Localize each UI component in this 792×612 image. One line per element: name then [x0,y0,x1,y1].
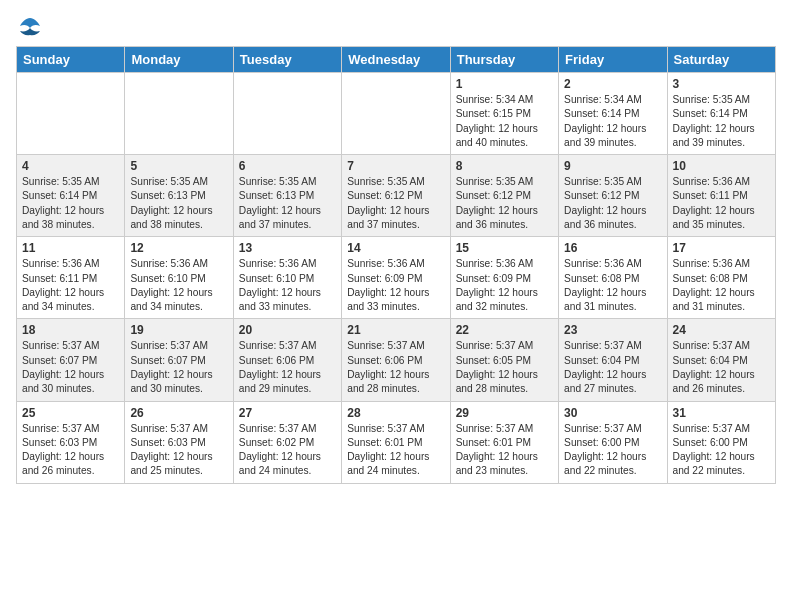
day-number: 8 [456,159,553,173]
day-number: 29 [456,406,553,420]
page-header [16,16,776,38]
calendar-cell: 1Sunrise: 5:34 AM Sunset: 6:15 PM Daylig… [450,73,558,155]
calendar-cell [233,73,341,155]
day-number: 3 [673,77,770,91]
day-number: 26 [130,406,227,420]
day-number: 1 [456,77,553,91]
weekday-header: Thursday [450,47,558,73]
cell-content: Sunrise: 5:35 AM Sunset: 6:14 PM Dayligh… [22,175,119,232]
calendar-cell: 4Sunrise: 5:35 AM Sunset: 6:14 PM Daylig… [17,155,125,237]
day-number: 28 [347,406,444,420]
cell-content: Sunrise: 5:34 AM Sunset: 6:14 PM Dayligh… [564,93,661,150]
calendar-week-row: 4Sunrise: 5:35 AM Sunset: 6:14 PM Daylig… [17,155,776,237]
calendar-cell: 6Sunrise: 5:35 AM Sunset: 6:13 PM Daylig… [233,155,341,237]
cell-content: Sunrise: 5:36 AM Sunset: 6:11 PM Dayligh… [673,175,770,232]
day-number: 21 [347,323,444,337]
calendar-cell [342,73,450,155]
day-number: 23 [564,323,661,337]
header-row: SundayMondayTuesdayWednesdayThursdayFrid… [17,47,776,73]
calendar-cell: 20Sunrise: 5:37 AM Sunset: 6:06 PM Dayli… [233,319,341,401]
cell-content: Sunrise: 5:35 AM Sunset: 6:12 PM Dayligh… [347,175,444,232]
day-number: 6 [239,159,336,173]
calendar-cell: 29Sunrise: 5:37 AM Sunset: 6:01 PM Dayli… [450,401,558,483]
weekday-header: Monday [125,47,233,73]
calendar-cell: 3Sunrise: 5:35 AM Sunset: 6:14 PM Daylig… [667,73,775,155]
cell-content: Sunrise: 5:37 AM Sunset: 6:00 PM Dayligh… [673,422,770,479]
day-number: 17 [673,241,770,255]
cell-content: Sunrise: 5:35 AM Sunset: 6:12 PM Dayligh… [456,175,553,232]
day-number: 13 [239,241,336,255]
day-number: 19 [130,323,227,337]
calendar-cell: 31Sunrise: 5:37 AM Sunset: 6:00 PM Dayli… [667,401,775,483]
calendar-cell: 14Sunrise: 5:36 AM Sunset: 6:09 PM Dayli… [342,237,450,319]
cell-content: Sunrise: 5:37 AM Sunset: 6:01 PM Dayligh… [347,422,444,479]
cell-content: Sunrise: 5:37 AM Sunset: 6:00 PM Dayligh… [564,422,661,479]
cell-content: Sunrise: 5:36 AM Sunset: 6:08 PM Dayligh… [673,257,770,314]
cell-content: Sunrise: 5:36 AM Sunset: 6:09 PM Dayligh… [347,257,444,314]
day-number: 5 [130,159,227,173]
calendar-cell: 21Sunrise: 5:37 AM Sunset: 6:06 PM Dayli… [342,319,450,401]
weekday-header: Friday [559,47,667,73]
cell-content: Sunrise: 5:37 AM Sunset: 6:07 PM Dayligh… [130,339,227,396]
calendar-week-row: 11Sunrise: 5:36 AM Sunset: 6:11 PM Dayli… [17,237,776,319]
day-number: 11 [22,241,119,255]
day-number: 15 [456,241,553,255]
day-number: 18 [22,323,119,337]
logo-bird-icon [16,16,44,38]
calendar-cell: 13Sunrise: 5:36 AM Sunset: 6:10 PM Dayli… [233,237,341,319]
calendar-cell: 5Sunrise: 5:35 AM Sunset: 6:13 PM Daylig… [125,155,233,237]
calendar-cell: 2Sunrise: 5:34 AM Sunset: 6:14 PM Daylig… [559,73,667,155]
cell-content: Sunrise: 5:35 AM Sunset: 6:13 PM Dayligh… [239,175,336,232]
cell-content: Sunrise: 5:36 AM Sunset: 6:09 PM Dayligh… [456,257,553,314]
day-number: 7 [347,159,444,173]
day-number: 20 [239,323,336,337]
cell-content: Sunrise: 5:37 AM Sunset: 6:01 PM Dayligh… [456,422,553,479]
cell-content: Sunrise: 5:37 AM Sunset: 6:03 PM Dayligh… [22,422,119,479]
cell-content: Sunrise: 5:37 AM Sunset: 6:05 PM Dayligh… [456,339,553,396]
day-number: 22 [456,323,553,337]
cell-content: Sunrise: 5:36 AM Sunset: 6:08 PM Dayligh… [564,257,661,314]
calendar-cell: 28Sunrise: 5:37 AM Sunset: 6:01 PM Dayli… [342,401,450,483]
day-number: 31 [673,406,770,420]
calendar-cell: 17Sunrise: 5:36 AM Sunset: 6:08 PM Dayli… [667,237,775,319]
cell-content: Sunrise: 5:37 AM Sunset: 6:06 PM Dayligh… [347,339,444,396]
calendar-cell [17,73,125,155]
cell-content: Sunrise: 5:36 AM Sunset: 6:10 PM Dayligh… [239,257,336,314]
calendar-cell: 23Sunrise: 5:37 AM Sunset: 6:04 PM Dayli… [559,319,667,401]
calendar-cell: 15Sunrise: 5:36 AM Sunset: 6:09 PM Dayli… [450,237,558,319]
weekday-header: Sunday [17,47,125,73]
day-number: 24 [673,323,770,337]
cell-content: Sunrise: 5:36 AM Sunset: 6:11 PM Dayligh… [22,257,119,314]
cell-content: Sunrise: 5:36 AM Sunset: 6:10 PM Dayligh… [130,257,227,314]
weekday-header: Saturday [667,47,775,73]
weekday-header: Tuesday [233,47,341,73]
calendar-cell: 9Sunrise: 5:35 AM Sunset: 6:12 PM Daylig… [559,155,667,237]
cell-content: Sunrise: 5:34 AM Sunset: 6:15 PM Dayligh… [456,93,553,150]
day-number: 30 [564,406,661,420]
day-number: 16 [564,241,661,255]
day-number: 27 [239,406,336,420]
calendar-cell: 30Sunrise: 5:37 AM Sunset: 6:00 PM Dayli… [559,401,667,483]
logo [16,16,48,38]
cell-content: Sunrise: 5:35 AM Sunset: 6:14 PM Dayligh… [673,93,770,150]
calendar-cell: 22Sunrise: 5:37 AM Sunset: 6:05 PM Dayli… [450,319,558,401]
calendar-cell [125,73,233,155]
cell-content: Sunrise: 5:37 AM Sunset: 6:07 PM Dayligh… [22,339,119,396]
calendar-cell: 8Sunrise: 5:35 AM Sunset: 6:12 PM Daylig… [450,155,558,237]
cell-content: Sunrise: 5:37 AM Sunset: 6:06 PM Dayligh… [239,339,336,396]
day-number: 4 [22,159,119,173]
calendar-week-row: 1Sunrise: 5:34 AM Sunset: 6:15 PM Daylig… [17,73,776,155]
cell-content: Sunrise: 5:35 AM Sunset: 6:13 PM Dayligh… [130,175,227,232]
cell-content: Sunrise: 5:35 AM Sunset: 6:12 PM Dayligh… [564,175,661,232]
day-number: 2 [564,77,661,91]
day-number: 10 [673,159,770,173]
calendar-cell: 26Sunrise: 5:37 AM Sunset: 6:03 PM Dayli… [125,401,233,483]
calendar-cell: 18Sunrise: 5:37 AM Sunset: 6:07 PM Dayli… [17,319,125,401]
cell-content: Sunrise: 5:37 AM Sunset: 6:03 PM Dayligh… [130,422,227,479]
calendar-cell: 10Sunrise: 5:36 AM Sunset: 6:11 PM Dayli… [667,155,775,237]
calendar-week-row: 25Sunrise: 5:37 AM Sunset: 6:03 PM Dayli… [17,401,776,483]
cell-content: Sunrise: 5:37 AM Sunset: 6:04 PM Dayligh… [564,339,661,396]
calendar-week-row: 18Sunrise: 5:37 AM Sunset: 6:07 PM Dayli… [17,319,776,401]
weekday-header: Wednesday [342,47,450,73]
calendar-cell: 11Sunrise: 5:36 AM Sunset: 6:11 PM Dayli… [17,237,125,319]
